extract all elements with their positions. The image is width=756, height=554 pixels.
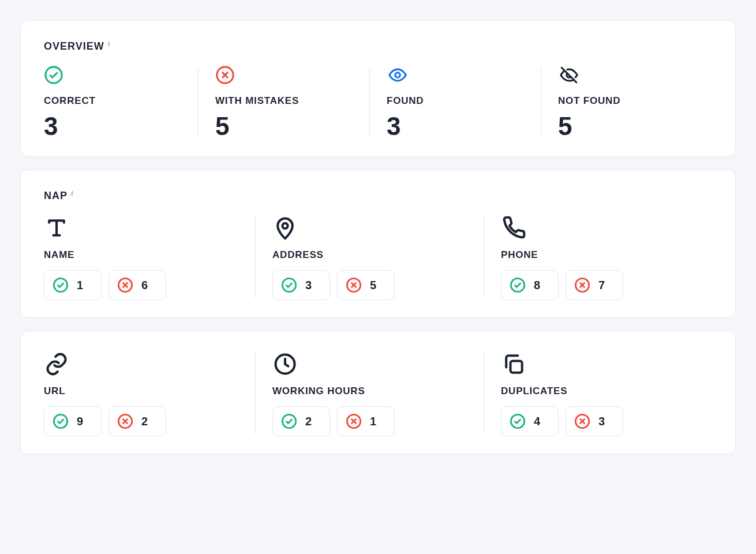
extra-label: URL <box>44 385 244 397</box>
type-icon <box>44 215 244 241</box>
nap-col-address: ADDRESS 3 5 <box>255 215 484 300</box>
pill-row: 1 6 <box>44 270 244 300</box>
extra-label: DUPLICATES <box>501 385 701 397</box>
overview-col-correct: CORRECT 3 <box>44 65 198 139</box>
pill-value: 3 <box>305 279 312 292</box>
wrong-pill[interactable]: 6 <box>108 270 166 300</box>
copy-icon <box>501 351 701 377</box>
info-icon[interactable]: i <box>108 39 111 48</box>
correct-pill[interactable]: 2 <box>272 406 330 436</box>
svg-rect-15 <box>511 361 522 373</box>
correct-pill[interactable]: 3 <box>272 270 330 300</box>
extra-label: WORKING HOURS <box>272 385 472 397</box>
correct-pill[interactable]: 1 <box>44 270 102 300</box>
overview-card: OVERVIEW i CORRECT 3 WITH MISTAKES 5 FOU… <box>20 20 736 157</box>
map-pin-icon <box>272 215 472 241</box>
wrong-pill[interactable]: 2 <box>108 406 166 436</box>
pill-row: 3 5 <box>272 270 472 300</box>
phone-icon <box>501 215 701 241</box>
nap-label: NAME <box>44 249 244 261</box>
overview-value: 3 <box>44 114 186 139</box>
correct-pill[interactable]: 4 <box>501 406 559 436</box>
pill-value: 7 <box>598 279 605 292</box>
overview-col-notfound: NOT FOUND 5 <box>541 65 712 139</box>
clock-icon <box>272 351 472 377</box>
overview-value: 5 <box>558 114 701 139</box>
correct-pill[interactable]: 8 <box>501 270 559 300</box>
overview-label: FOUND <box>387 95 529 107</box>
pill-value: 8 <box>534 279 540 292</box>
pill-value: 2 <box>305 415 312 428</box>
eye-off-icon <box>558 65 701 85</box>
pill-row: 2 1 <box>272 406 472 436</box>
pill-row: 4 3 <box>501 406 701 436</box>
svg-point-5 <box>282 223 287 229</box>
nap-col-name: NAME 1 6 <box>44 215 255 300</box>
correct-pill[interactable]: 9 <box>44 406 102 436</box>
pill-value: 4 <box>534 415 540 428</box>
overview-col-mistakes: WITH MISTAKES 5 <box>198 65 369 139</box>
wrong-pill[interactable]: 7 <box>566 270 623 300</box>
overview-col-found: FOUND 3 <box>369 65 541 139</box>
pill-value: 1 <box>370 415 376 428</box>
pill-value: 3 <box>598 415 605 428</box>
check-circle-icon <box>44 65 186 85</box>
overview-label: NOT FOUND <box>558 95 701 107</box>
wrong-pill[interactable]: 1 <box>337 406 395 436</box>
nap-label: ADDRESS <box>272 249 472 261</box>
wrong-pill[interactable]: 5 <box>337 270 395 300</box>
wrong-pill[interactable]: 3 <box>566 406 623 436</box>
extra-card: URL 9 2 WORKING HOURS 2 <box>20 331 736 454</box>
info-icon[interactable]: i <box>71 189 74 198</box>
pill-value: 5 <box>370 279 376 292</box>
link-icon <box>44 351 244 377</box>
nap-label: PHONE <box>501 249 701 261</box>
pill-value: 9 <box>77 415 83 428</box>
overview-columns: CORRECT 3 WITH MISTAKES 5 FOUND 3 NOT FO… <box>44 65 712 139</box>
pill-row: 8 7 <box>501 270 701 300</box>
pill-value: 1 <box>77 279 83 292</box>
overview-label: WITH MISTAKES <box>215 95 358 107</box>
nap-title-row: NAP i <box>44 190 712 202</box>
overview-title-row: OVERVIEW i <box>44 40 712 53</box>
extra-col-duplicates: DUPLICATES 4 3 <box>484 351 712 436</box>
overview-value: 5 <box>215 114 358 139</box>
nap-card: NAP i NAME 1 6 ADDRESS <box>20 170 736 318</box>
pill-value: 6 <box>141 279 148 292</box>
overview-title: OVERVIEW <box>44 40 104 53</box>
nap-title: NAP <box>44 190 68 202</box>
pill-value: 2 <box>141 415 148 428</box>
extra-col-hours: WORKING HOURS 2 1 <box>255 351 484 436</box>
extra-col-url: URL 9 2 <box>44 351 255 436</box>
pill-row: 9 2 <box>44 406 244 436</box>
overview-value: 3 <box>387 114 529 139</box>
x-circle-icon <box>215 65 358 85</box>
svg-point-2 <box>395 73 401 78</box>
nap-col-phone: PHONE 8 7 <box>484 215 712 300</box>
extra-columns: URL 9 2 WORKING HOURS 2 <box>44 351 712 436</box>
overview-label: CORRECT <box>44 95 186 107</box>
eye-icon <box>387 65 529 85</box>
nap-columns: NAME 1 6 ADDRESS 3 <box>44 215 712 300</box>
